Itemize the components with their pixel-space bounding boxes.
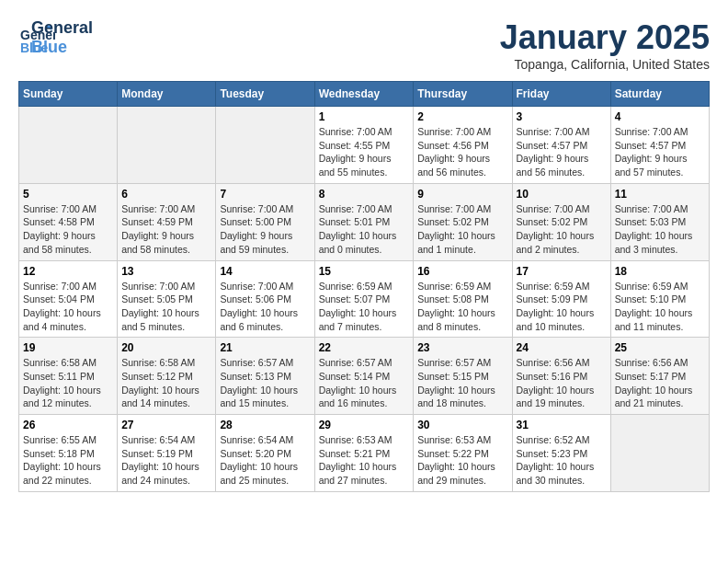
- day-info: Sunrise: 7:00 AM Sunset: 5:02 PM Dayligh…: [417, 202, 507, 257]
- day-info: Sunrise: 6:53 AM Sunset: 5:21 PM Dayligh…: [319, 433, 410, 488]
- week-row-4: 19Sunrise: 6:58 AM Sunset: 5:11 PM Dayli…: [19, 338, 710, 415]
- day-cell: [118, 107, 216, 184]
- weekday-header-saturday: Saturday: [610, 82, 709, 107]
- weekday-header-row: SundayMondayTuesdayWednesdayThursdayFrid…: [19, 82, 710, 107]
- day-number: 13: [121, 265, 211, 278]
- day-cell: [610, 415, 709, 492]
- day-cell: 28Sunrise: 6:54 AM Sunset: 5:20 PM Dayli…: [216, 415, 314, 492]
- day-cell: 5Sunrise: 7:00 AM Sunset: 4:58 PM Daylig…: [19, 183, 118, 260]
- day-info: Sunrise: 6:55 AM Sunset: 5:18 PM Dayligh…: [23, 433, 113, 488]
- weekday-header-friday: Friday: [512, 82, 610, 107]
- day-number: 17: [517, 265, 607, 278]
- day-info: Sunrise: 6:54 AM Sunset: 5:19 PM Dayligh…: [121, 433, 211, 488]
- day-cell: 29Sunrise: 6:53 AM Sunset: 5:21 PM Dayli…: [314, 415, 414, 492]
- day-info: Sunrise: 6:59 AM Sunset: 5:09 PM Dayligh…: [517, 280, 607, 334]
- day-number: 24: [517, 341, 607, 354]
- day-info: Sunrise: 7:00 AM Sunset: 4:59 PM Dayligh…: [121, 202, 211, 257]
- day-number: 8: [319, 188, 410, 201]
- day-cell: 31Sunrise: 6:52 AM Sunset: 5:23 PM Dayli…: [512, 415, 610, 492]
- week-row-1: 1Sunrise: 7:00 AM Sunset: 4:55 PM Daylig…: [19, 107, 710, 184]
- day-info: Sunrise: 7:00 AM Sunset: 5:02 PM Dayligh…: [517, 202, 607, 257]
- day-cell: 2Sunrise: 7:00 AM Sunset: 4:56 PM Daylig…: [414, 107, 512, 184]
- calendar-table: SundayMondayTuesdayWednesdayThursdayFrid…: [18, 81, 710, 492]
- page-header: General Blue General Blue January 2025 T…: [18, 18, 710, 72]
- day-number: 25: [615, 341, 705, 354]
- day-cell: 26Sunrise: 6:55 AM Sunset: 5:18 PM Dayli…: [19, 415, 118, 492]
- day-number: 21: [220, 341, 310, 354]
- day-cell: [19, 107, 118, 184]
- day-number: 2: [417, 110, 507, 123]
- day-number: 23: [417, 341, 507, 354]
- day-info: Sunrise: 7:00 AM Sunset: 5:03 PM Dayligh…: [615, 202, 705, 257]
- weekday-header-sunday: Sunday: [19, 82, 118, 107]
- day-cell: 8Sunrise: 7:00 AM Sunset: 5:01 PM Daylig…: [314, 183, 414, 260]
- day-info: Sunrise: 7:00 AM Sunset: 5:06 PM Dayligh…: [220, 280, 310, 334]
- day-number: 18: [615, 265, 705, 278]
- day-number: 22: [319, 341, 410, 354]
- day-number: 16: [417, 265, 507, 278]
- day-info: Sunrise: 7:00 AM Sunset: 4:57 PM Dayligh…: [517, 125, 607, 179]
- day-info: Sunrise: 7:00 AM Sunset: 4:56 PM Dayligh…: [417, 125, 507, 179]
- day-cell: 23Sunrise: 6:57 AM Sunset: 5:15 PM Dayli…: [414, 338, 512, 415]
- day-info: Sunrise: 6:57 AM Sunset: 5:15 PM Dayligh…: [417, 356, 507, 410]
- week-row-2: 5Sunrise: 7:00 AM Sunset: 4:58 PM Daylig…: [19, 183, 710, 260]
- day-info: Sunrise: 6:56 AM Sunset: 5:16 PM Dayligh…: [517, 356, 607, 410]
- day-cell: 1Sunrise: 7:00 AM Sunset: 4:55 PM Daylig…: [314, 107, 414, 184]
- day-number: 6: [121, 188, 211, 201]
- day-cell: 10Sunrise: 7:00 AM Sunset: 5:02 PM Dayli…: [512, 183, 610, 260]
- day-cell: 18Sunrise: 6:59 AM Sunset: 5:10 PM Dayli…: [610, 260, 709, 338]
- day-info: Sunrise: 6:54 AM Sunset: 5:20 PM Dayligh…: [220, 433, 310, 488]
- day-number: 12: [23, 265, 113, 278]
- day-cell: 11Sunrise: 7:00 AM Sunset: 5:03 PM Dayli…: [610, 183, 709, 260]
- day-cell: 15Sunrise: 6:59 AM Sunset: 5:07 PM Dayli…: [314, 260, 414, 338]
- day-number: 26: [23, 419, 113, 431]
- weekday-header-wednesday: Wednesday: [314, 82, 414, 107]
- day-info: Sunrise: 6:58 AM Sunset: 5:12 PM Dayligh…: [121, 356, 211, 410]
- day-info: Sunrise: 6:56 AM Sunset: 5:17 PM Dayligh…: [615, 356, 705, 410]
- day-info: Sunrise: 6:58 AM Sunset: 5:11 PM Dayligh…: [23, 356, 113, 410]
- day-info: Sunrise: 6:59 AM Sunset: 5:10 PM Dayligh…: [615, 280, 705, 334]
- day-cell: 24Sunrise: 6:56 AM Sunset: 5:16 PM Dayli…: [512, 338, 610, 415]
- day-number: 31: [517, 419, 607, 431]
- day-info: Sunrise: 7:00 AM Sunset: 5:01 PM Dayligh…: [319, 202, 410, 257]
- day-cell: 16Sunrise: 6:59 AM Sunset: 5:08 PM Dayli…: [414, 260, 512, 338]
- day-cell: 27Sunrise: 6:54 AM Sunset: 5:19 PM Dayli…: [118, 415, 216, 492]
- day-cell: 25Sunrise: 6:56 AM Sunset: 5:17 PM Dayli…: [610, 338, 709, 415]
- day-cell: 19Sunrise: 6:58 AM Sunset: 5:11 PM Dayli…: [19, 338, 118, 415]
- location: Topanga, California, United States: [500, 57, 710, 72]
- day-info: Sunrise: 6:59 AM Sunset: 5:08 PM Dayligh…: [417, 280, 507, 334]
- day-cell: 6Sunrise: 7:00 AM Sunset: 4:59 PM Daylig…: [118, 183, 216, 260]
- day-cell: 7Sunrise: 7:00 AM Sunset: 5:00 PM Daylig…: [216, 183, 314, 260]
- day-number: 20: [121, 341, 211, 354]
- day-cell: 17Sunrise: 6:59 AM Sunset: 5:09 PM Dayli…: [512, 260, 610, 338]
- week-row-5: 26Sunrise: 6:55 AM Sunset: 5:18 PM Dayli…: [19, 415, 710, 492]
- day-info: Sunrise: 7:00 AM Sunset: 5:00 PM Dayligh…: [220, 202, 310, 257]
- day-info: Sunrise: 6:52 AM Sunset: 5:23 PM Dayligh…: [517, 433, 607, 488]
- day-cell: 21Sunrise: 6:57 AM Sunset: 5:13 PM Dayli…: [216, 338, 314, 415]
- day-number: 29: [319, 419, 410, 431]
- logo-general-text: General: [31, 18, 93, 38]
- weekday-header-thursday: Thursday: [414, 82, 512, 107]
- day-info: Sunrise: 7:00 AM Sunset: 4:58 PM Dayligh…: [23, 202, 113, 257]
- day-cell: 3Sunrise: 7:00 AM Sunset: 4:57 PM Daylig…: [512, 107, 610, 184]
- day-number: 19: [23, 341, 113, 354]
- day-number: 3: [517, 110, 607, 123]
- day-cell: 9Sunrise: 7:00 AM Sunset: 5:02 PM Daylig…: [414, 183, 512, 260]
- day-number: 15: [319, 265, 410, 278]
- day-number: 27: [121, 419, 211, 431]
- day-info: Sunrise: 6:57 AM Sunset: 5:13 PM Dayligh…: [220, 356, 310, 410]
- day-cell: 22Sunrise: 6:57 AM Sunset: 5:14 PM Dayli…: [314, 338, 414, 415]
- day-number: 10: [517, 188, 607, 201]
- day-number: 7: [220, 188, 310, 201]
- day-number: 14: [220, 265, 310, 278]
- weekday-header-monday: Monday: [118, 82, 216, 107]
- day-cell: 20Sunrise: 6:58 AM Sunset: 5:12 PM Dayli…: [118, 338, 216, 415]
- day-cell: [216, 107, 314, 184]
- weekday-header-tuesday: Tuesday: [216, 82, 314, 107]
- day-number: 5: [23, 188, 113, 201]
- day-cell: 30Sunrise: 6:53 AM Sunset: 5:22 PM Dayli…: [414, 415, 512, 492]
- day-info: Sunrise: 7:00 AM Sunset: 5:05 PM Dayligh…: [121, 280, 211, 334]
- day-number: 1: [319, 110, 410, 123]
- day-number: 11: [615, 188, 705, 201]
- day-cell: 14Sunrise: 7:00 AM Sunset: 5:06 PM Dayli…: [216, 260, 314, 338]
